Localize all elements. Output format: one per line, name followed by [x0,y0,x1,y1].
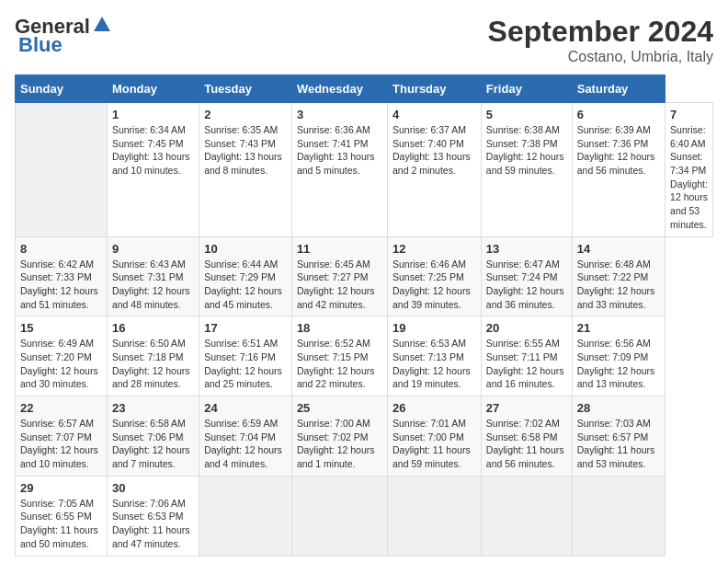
calendar-cell [16,103,108,237]
day-number: 24 [204,401,287,415]
day-info: Sunrise: 6:42 AMSunset: 7:33 PMDaylight:… [20,258,102,312]
calendar-cell: 19Sunrise: 6:53 AMSunset: 7:13 PMDayligh… [388,316,482,396]
week-row-2: 8Sunrise: 6:42 AMSunset: 7:33 PMDaylight… [16,236,713,316]
calendar-cell [199,476,292,556]
page-title: September 2024 [488,15,713,49]
svg-marker-0 [94,17,110,31]
day-number: 27 [486,401,567,415]
day-info: Sunrise: 6:39 AMSunset: 7:36 PMDaylight:… [577,123,660,178]
day-info: Sunrise: 6:36 AMSunset: 7:41 PMDaylight:… [297,123,382,178]
calendar-cell: 10Sunrise: 6:44 AMSunset: 7:29 PMDayligh… [199,236,292,316]
day-number: 26 [392,401,476,415]
day-info: Sunrise: 7:02 AMSunset: 6:58 PMDaylight:… [486,417,567,471]
logo-icon [92,15,112,35]
week-row-3: 15Sunrise: 6:49 AMSunset: 7:20 PMDayligh… [16,316,713,396]
column-header-saturday: Saturday [572,75,665,103]
calendar-cell: 14Sunrise: 6:48 AMSunset: 7:22 PMDayligh… [572,236,665,316]
calendar-cell: 30Sunrise: 7:06 AMSunset: 6:53 PMDayligh… [107,476,199,556]
day-info: Sunrise: 7:00 AMSunset: 7:02 PMDaylight:… [297,417,382,471]
calendar-cell: 7Sunrise: 6:40 AMSunset: 7:34 PMDaylight… [665,103,713,237]
calendar-cell: 21Sunrise: 6:56 AMSunset: 7:09 PMDayligh… [572,316,665,396]
calendar-cell: 22Sunrise: 6:57 AMSunset: 7:07 PMDayligh… [16,396,108,477]
day-info: Sunrise: 6:56 AMSunset: 7:09 PMDaylight:… [577,337,660,391]
calendar-cell: 25Sunrise: 7:00 AMSunset: 7:02 PMDayligh… [291,396,387,477]
day-number: 29 [20,481,102,495]
day-info: Sunrise: 6:43 AMSunset: 7:31 PMDaylight:… [112,258,194,312]
day-number: 8 [20,242,102,256]
day-number: 18 [297,321,382,335]
day-number: 13 [486,242,567,256]
day-info: Sunrise: 6:46 AMSunset: 7:25 PMDaylight:… [392,258,476,312]
calendar-cell: 28Sunrise: 7:03 AMSunset: 6:57 PMDayligh… [572,396,665,477]
calendar-cell: 15Sunrise: 6:49 AMSunset: 7:20 PMDayligh… [16,316,108,396]
calendar-cell: 26Sunrise: 7:01 AMSunset: 7:00 PMDayligh… [388,396,482,477]
day-info: Sunrise: 6:37 AMSunset: 7:40 PMDaylight:… [392,123,476,178]
day-number: 15 [20,321,102,335]
day-info: Sunrise: 7:06 AMSunset: 6:53 PMDaylight:… [112,497,194,551]
page-subtitle: Costano, Umbria, Italy [488,49,713,65]
day-number: 4 [392,108,476,121]
calendar-cell: 8Sunrise: 6:42 AMSunset: 7:33 PMDaylight… [16,236,108,316]
day-number: 11 [297,242,382,256]
calendar-cell [388,476,482,556]
column-header-tuesday: Tuesday [199,75,292,103]
column-header-thursday: Thursday [388,75,482,103]
page-header: General Blue September 2024 Costano, Umb… [15,15,713,65]
logo: General Blue [15,15,112,57]
day-info: Sunrise: 6:38 AMSunset: 7:38 PMDaylight:… [486,123,567,178]
calendar-cell: 9Sunrise: 6:43 AMSunset: 7:31 PMDaylight… [107,236,199,316]
calendar-cell [291,476,387,556]
day-info: Sunrise: 6:51 AMSunset: 7:16 PMDaylight:… [204,337,287,391]
day-info: Sunrise: 6:44 AMSunset: 7:29 PMDaylight:… [204,258,287,312]
day-info: Sunrise: 6:47 AMSunset: 7:24 PMDaylight:… [486,258,567,312]
day-number: 7 [670,108,708,121]
calendar-cell: 1Sunrise: 6:34 AMSunset: 7:45 PMDaylight… [107,103,199,237]
calendar-table: SundayMondayTuesdayWednesdayThursdayFrid… [15,75,713,557]
day-number: 6 [577,108,660,121]
week-row-5: 29Sunrise: 7:05 AMSunset: 6:55 PMDayligh… [16,476,713,556]
calendar-cell: 6Sunrise: 6:39 AMSunset: 7:36 PMDaylight… [572,103,665,237]
day-info: Sunrise: 7:05 AMSunset: 6:55 PMDaylight:… [20,497,102,551]
day-info: Sunrise: 7:03 AMSunset: 6:57 PMDaylight:… [577,417,660,471]
column-header-sunday: Sunday [16,75,108,103]
day-info: Sunrise: 6:49 AMSunset: 7:20 PMDaylight:… [20,337,102,391]
calendar-cell: 2Sunrise: 6:35 AMSunset: 7:43 PMDaylight… [199,103,292,237]
day-number: 23 [112,401,194,415]
calendar-cell [481,476,572,556]
day-number: 20 [486,321,567,335]
title-block: September 2024 Costano, Umbria, Italy [488,15,713,65]
day-number: 10 [204,242,287,256]
calendar-cell: 24Sunrise: 6:59 AMSunset: 7:04 PMDayligh… [199,396,292,477]
day-number: 22 [20,401,102,415]
calendar-cell: 4Sunrise: 6:37 AMSunset: 7:40 PMDaylight… [388,103,482,237]
column-header-friday: Friday [481,75,572,103]
day-number: 14 [577,242,660,256]
day-number: 16 [112,321,194,335]
logo-blue: Blue [18,33,63,57]
calendar-cell: 3Sunrise: 6:36 AMSunset: 7:41 PMDaylight… [291,103,387,237]
calendar-cell: 17Sunrise: 6:51 AMSunset: 7:16 PMDayligh… [199,316,292,396]
day-number: 3 [297,108,382,121]
day-number: 12 [392,242,476,256]
day-info: Sunrise: 6:45 AMSunset: 7:27 PMDaylight:… [297,258,382,312]
day-info: Sunrise: 6:59 AMSunset: 7:04 PMDaylight:… [204,417,287,471]
day-number: 5 [486,108,567,121]
week-row-4: 22Sunrise: 6:57 AMSunset: 7:07 PMDayligh… [16,396,713,477]
day-number: 9 [112,242,194,256]
day-info: Sunrise: 6:40 AMSunset: 7:34 PMDaylight:… [670,123,708,232]
day-number: 1 [112,108,194,121]
calendar-cell: 29Sunrise: 7:05 AMSunset: 6:55 PMDayligh… [16,476,108,556]
day-number: 2 [204,108,287,121]
week-row-1: 1Sunrise: 6:34 AMSunset: 7:45 PMDaylight… [16,103,713,237]
calendar-cell: 18Sunrise: 6:52 AMSunset: 7:15 PMDayligh… [291,316,387,396]
calendar-cell: 12Sunrise: 6:46 AMSunset: 7:25 PMDayligh… [388,236,482,316]
day-info: Sunrise: 6:48 AMSunset: 7:22 PMDaylight:… [577,258,660,312]
calendar-cell: 16Sunrise: 6:50 AMSunset: 7:18 PMDayligh… [107,316,199,396]
day-info: Sunrise: 6:52 AMSunset: 7:15 PMDaylight:… [297,337,382,391]
day-number: 25 [297,401,382,415]
column-header-wednesday: Wednesday [291,75,387,103]
calendar-cell [572,476,665,556]
day-number: 30 [112,481,194,495]
day-info: Sunrise: 6:53 AMSunset: 7:13 PMDaylight:… [392,337,476,391]
day-info: Sunrise: 7:01 AMSunset: 7:00 PMDaylight:… [392,417,476,471]
